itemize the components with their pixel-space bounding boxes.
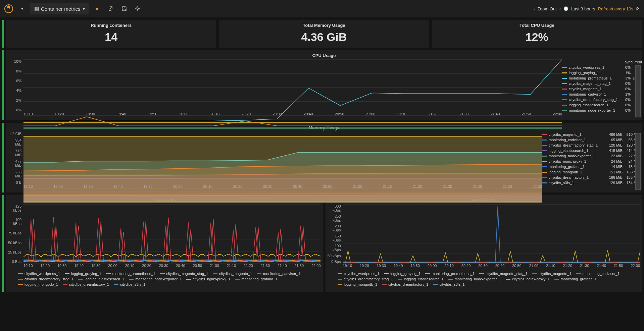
legend-item[interactable]: citydibs_magento_stag_1 xyxy=(160,272,208,276)
legend-item[interactable]: logging_graylog_1 1% 1% xyxy=(562,70,640,75)
legend-item[interactable]: logging_elasticsearch_1 xyxy=(78,277,124,281)
legend-color-swatch xyxy=(114,284,118,285)
legend-item[interactable]: monitoring_node-exporter_1 xyxy=(129,277,182,281)
legend-item[interactable]: monitoring_cadvisor_1 xyxy=(576,272,620,276)
panel-cpu-usage[interactable]: CPU Usage 10%8%6%4%2%0% 19:1019:2019:301… xyxy=(6,50,642,120)
save-icon[interactable] xyxy=(119,3,130,14)
panel-memory-usage[interactable]: Memory Usage 1.2 GiB954 MiB715 MiB477 Mi… xyxy=(6,123,642,192)
refresh-interval[interactable]: Refresh every 10s xyxy=(598,6,634,11)
legend-label: monitoring_node-exporter_1 xyxy=(455,277,501,281)
panel-total-cpu-usage[interactable]: Total CPU Usage 12% xyxy=(432,20,642,48)
legend-item[interactable]: citydibs_magento_1 0% 0% xyxy=(562,86,640,92)
panel-network-tx[interactable]: Network Tx 300 kBps250 kBps200 kBps150 k… xyxy=(326,195,642,292)
legend-item[interactable]: monitoring_prometheus_1 3% 10% xyxy=(562,75,640,81)
legend-color-swatch xyxy=(562,110,567,111)
gear-icon[interactable] xyxy=(132,3,143,14)
legend-item[interactable]: monitoring_grafana_1 14 MiB 15 MiB xyxy=(542,164,640,169)
refresh-icon[interactable]: ⟳ xyxy=(636,6,639,11)
chevron-left-icon[interactable]: ‹ xyxy=(533,6,535,11)
legend-item[interactable]: logging_elasticsearch_1 0% 0% xyxy=(562,102,640,108)
legend-item[interactable]: citydibs_dreamfactory_1 xyxy=(382,282,428,286)
legend-label: logging_mongodb_1 xyxy=(549,170,605,174)
legend-item[interactable]: citydibs_dreamfactory_stag_1 0% 0% xyxy=(562,97,640,102)
legend-item[interactable]: logging_mongodb_1 xyxy=(18,282,58,286)
legend-item[interactable]: monitoring_prometheus_1 xyxy=(425,272,475,276)
share-icon[interactable] xyxy=(105,3,116,14)
legend-item[interactable]: citydibs_magento_stag_1 xyxy=(479,272,528,276)
legend-item[interactable]: citydibs_wordpress_1 xyxy=(18,272,60,276)
legend-item[interactable]: citydibs_dreamfactory_1 xyxy=(63,282,109,286)
chevron-down-icon[interactable]: ▾ xyxy=(17,3,28,14)
row-handle[interactable] xyxy=(2,123,4,192)
legend-item[interactable]: logging_graylog_1 xyxy=(384,272,420,276)
scrollbar[interactable] xyxy=(635,133,641,190)
panel-total-memory-usage[interactable]: Total Memory Usage 4.36 GiB xyxy=(219,20,429,48)
legend-item[interactable]: citydibs_wordpress_1 xyxy=(338,272,380,276)
row-handle[interactable] xyxy=(2,195,4,292)
legend-item[interactable]: citydibs_dreamfactory_stag_1 120 MiB 120… xyxy=(542,143,640,148)
legend-avg: 0% xyxy=(621,65,631,69)
legend-item[interactable]: monitoring_prometheus_1 xyxy=(106,272,155,276)
legend-item[interactable]: citydibs_magento_1 486 MiB 510 MiB xyxy=(542,132,640,137)
plot-area[interactable]: 1.2 GiB954 MiB715 MiB477 MiB238 MiB0 B 1… xyxy=(8,132,542,190)
legend-item[interactable]: logging_elasticsearch_1 415 MiB 414 MiB xyxy=(542,148,640,153)
star-icon[interactable]: ★ xyxy=(92,3,103,14)
legend-item[interactable]: citydibs_wordpress_1 0% 0% xyxy=(562,65,640,70)
legend-label: citydibs_s3fs_1 xyxy=(549,181,605,185)
legend-item[interactable]: monitoring_node-exporter_1 22 MiB 22 MiB xyxy=(542,153,640,159)
legend-color-swatch xyxy=(186,279,191,280)
legend-item[interactable]: citydibs_dreamfactory_1 186 MiB 185 MiB xyxy=(542,175,640,180)
legend-label: monitoring_node-exporter_1 xyxy=(549,154,605,158)
legend-item[interactable]: logging_mongodb_1 151 MiB 153 MiB xyxy=(542,169,640,175)
legend-item[interactable]: citydibs_magento_stag_1 0% 0% xyxy=(562,81,640,86)
legend-color-swatch xyxy=(160,273,165,274)
dashboard-picker[interactable]: ▦ Container metrics ▾ xyxy=(30,3,89,14)
legend-header-current[interactable]: current xyxy=(631,60,640,64)
legend-item[interactable]: citydibs_nginx-proxy_1 xyxy=(186,277,230,281)
legend-item[interactable]: citydibs_dreamfactory_stag_1 xyxy=(18,277,73,281)
legend-color-swatch xyxy=(562,89,567,90)
legend-label: monitoring_node-exporter_1 xyxy=(135,277,182,281)
legend-label: logging_mongodb_1 xyxy=(344,282,378,286)
legend-item[interactable]: citydibs_s3fs_1 xyxy=(433,282,464,286)
legend-item[interactable]: logging_elasticsearch_1 xyxy=(398,277,444,281)
legend-label: monitoring_node-exporter_1 xyxy=(569,108,621,112)
legend-item[interactable]: logging_graylog_1 xyxy=(65,272,101,276)
x-axis: 19:1019:2019:3019:4019:5020:0020:1020:20… xyxy=(343,264,640,270)
plot-area[interactable]: 300 kBps250 kBps200 kBps150 kBps100 kBps… xyxy=(328,204,640,270)
legend-item[interactable]: citydibs_nginx-proxy_1 xyxy=(506,277,550,281)
legend-item[interactable]: citydibs_magento_1 xyxy=(213,272,252,276)
legend-item[interactable]: monitoring_grafana_1 xyxy=(554,277,597,281)
legend-item[interactable]: monitoring_cadvisor_1 1% 1% xyxy=(562,92,640,97)
plot-area[interactable]: 10%8%6%4%2%0% 19:1019:2019:3019:4019:502… xyxy=(8,59,562,118)
row-handle[interactable] xyxy=(2,20,4,48)
row-handle[interactable] xyxy=(2,50,4,120)
legend-label: citydibs_dreamfactory_stag_1 xyxy=(569,98,621,102)
legend-label: citydibs_nginx-proxy_1 xyxy=(549,159,605,163)
legend-avg: 186 MiB xyxy=(605,175,623,179)
zoom-out-button[interactable]: Zoom Out xyxy=(537,6,557,11)
legend-item[interactable]: citydibs_magento_1 xyxy=(532,272,572,276)
scrollbar[interactable] xyxy=(635,65,641,117)
legend-item[interactable]: monitoring_node-exporter_1 xyxy=(448,277,501,281)
legend-color-swatch xyxy=(554,279,559,280)
panel-network-rx[interactable]: Network Rx 125 kBps100 kBps75 kBps50 kBp… xyxy=(6,195,323,292)
time-range[interactable]: Last 3 hours xyxy=(571,6,595,11)
legend-item[interactable]: citydibs_s3fs_1 129 MiB 134 MiB xyxy=(542,180,640,185)
legend-item[interactable]: citydibs_s3fs_1 xyxy=(114,282,145,286)
legend-item[interactable]: citydibs_nginx-proxy_1 24 MiB 24 MiB xyxy=(542,159,640,164)
legend-item[interactable]: monitoring_cadvisor_1 65 MiB 65 MiB xyxy=(542,137,640,143)
legend-color-swatch xyxy=(338,284,342,285)
legend-item[interactable]: logging_mongodb_1 xyxy=(338,282,378,286)
legend-item[interactable]: monitoring_grafana_1 xyxy=(235,277,277,281)
legend-color-swatch xyxy=(448,279,453,280)
legend-header-avg[interactable]: avg xyxy=(621,60,631,64)
grafana-logo[interactable] xyxy=(3,3,14,14)
panel-running-containers[interactable]: Running containers 14 xyxy=(6,20,216,48)
legend-item[interactable]: monitoring_cadvisor_1 xyxy=(257,272,300,276)
legend-item[interactable]: citydibs_dreamfactory_stag_1 xyxy=(338,277,393,281)
row-network: Network Rx 125 kBps100 kBps75 kBps50 kBp… xyxy=(2,195,642,292)
plot-area[interactable]: 125 kBps100 kBps75 kBps50 kBps25 kBps0 B… xyxy=(8,204,321,270)
legend-item[interactable]: monitoring_node-exporter_1 0% 0% xyxy=(562,108,640,113)
chevron-right-icon[interactable]: › xyxy=(559,6,561,11)
